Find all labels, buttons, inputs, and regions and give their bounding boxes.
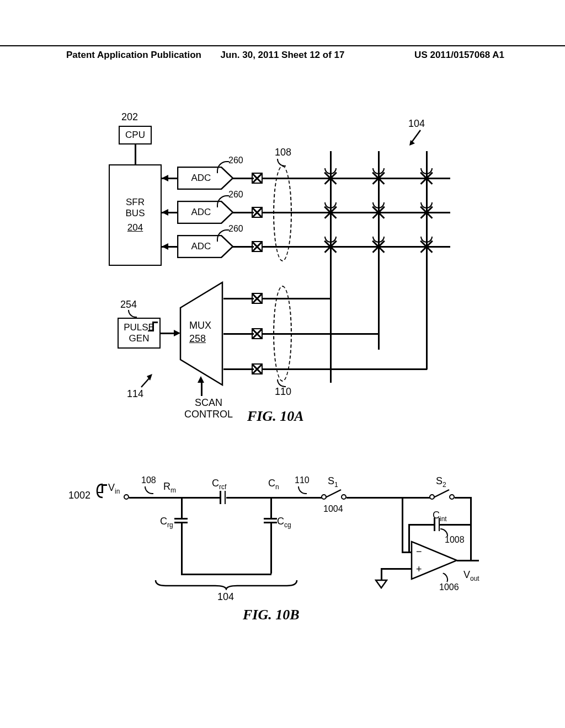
ref-254-leader: [128, 310, 137, 318]
pad-row-3: [252, 241, 263, 252]
page-header: Patent Application Publication Jun. 30, …: [0, 45, 565, 61]
ref-1002: 1002: [68, 490, 90, 501]
ref-110: 110: [275, 386, 291, 398]
crcf-label: Crcf: [212, 478, 226, 491]
ref-104-b: 104: [217, 591, 234, 603]
mux-out-1: [223, 298, 254, 299]
vout-label: Vout: [463, 569, 479, 582]
mux-scan-arrow: [198, 376, 204, 383]
mux-out-3: [223, 368, 254, 370]
s1-switch-arm: [324, 488, 343, 500]
ref-1004: 1004: [323, 504, 343, 514]
ref-108-b: 108: [141, 475, 156, 485]
pad-col-3: [252, 363, 263, 374]
ref-254: 254: [120, 299, 137, 311]
node-r3-c2: [372, 240, 385, 253]
vin-label: Vin: [108, 482, 120, 495]
mux-out-2: [223, 333, 254, 335]
pulsegen-label-bot: GEN: [129, 333, 150, 344]
scan-control-label: SCAN CONTROL: [184, 397, 233, 420]
node-r1-c3: [420, 172, 433, 185]
pad-row-1: [252, 173, 263, 184]
vin-terminal: [124, 494, 129, 500]
adc3-ref-leader: [217, 229, 229, 242]
opamp: − +: [411, 540, 458, 580]
ref-110-b: 110: [295, 475, 310, 485]
mux-scan-wire: [201, 381, 202, 396]
s2-label: S2: [436, 475, 446, 489]
s1-term-r: [341, 494, 347, 500]
pad-col-1: [252, 293, 263, 304]
wire-s1-to-node: [347, 497, 402, 499]
ref-110-b-leader: [298, 486, 307, 494]
ref-108-b-leader: [145, 486, 153, 494]
ccg-wire-top: [270, 498, 272, 518]
svg-text:−: −: [416, 546, 422, 557]
ref-260-3: 260: [228, 224, 243, 234]
pulse-waveform-icon: [148, 320, 159, 331]
col3-feed-v: [426, 313, 428, 370]
crg-wire-top: [181, 498, 183, 518]
ref-260-2: 260: [228, 190, 243, 200]
adc2-out-wire1: [232, 212, 254, 213]
adc2-in-arrow: [162, 209, 168, 216]
s2-term-r: [449, 494, 455, 500]
fig10a-caption: FIG. 10A: [247, 408, 304, 425]
sfr-label-top: SFR: [126, 197, 145, 208]
cint-label: Cint: [433, 510, 447, 523]
s2-switch-arm: [433, 488, 451, 500]
sfr-label-bot: BUS: [126, 208, 145, 219]
ref-1006: 1006: [439, 582, 459, 592]
col1-feed-wire-h: [263, 298, 331, 299]
row-bus-ellipse: [273, 165, 292, 261]
adc3-out-wire1: [232, 246, 254, 248]
wire-to-s1: [300, 497, 322, 499]
col-wire-1: [330, 151, 332, 383]
wire-to-s2: [402, 497, 430, 499]
adc3-in-arrow: [162, 243, 168, 250]
ccg-label: Ccg: [277, 516, 291, 529]
opamp-pos-gnd-v: [381, 568, 382, 580]
wire-vin-to-cn: [129, 497, 300, 499]
sfr-bus-block: SFR BUS 204: [109, 164, 162, 266]
node-r1-c2: [372, 172, 385, 185]
pad-col-2: [252, 328, 263, 339]
node-r3-c1: [324, 240, 337, 253]
svg-marker-13: [376, 580, 387, 588]
col-bus-ellipse: [273, 286, 292, 382]
mux-label: MUX: [189, 320, 211, 331]
svg-text:+: +: [416, 564, 422, 575]
adc1-out-wire1: [232, 178, 254, 179]
ref-114: 114: [127, 388, 143, 400]
svg-line-9: [434, 490, 449, 497]
ref-108: 108: [275, 147, 291, 158]
adc1-ref-leader: [217, 161, 229, 173]
node-r3-c3: [420, 240, 433, 253]
cpu-label: CPU: [125, 130, 145, 141]
ref-108-leader: [277, 159, 286, 167]
ref-104-arrow: [408, 128, 425, 147]
ref-202: 202: [121, 111, 138, 123]
node-r2-c2: [372, 206, 385, 219]
fb-v1: [470, 497, 472, 519]
crg-label: Crg: [160, 516, 173, 529]
crg-wire-bot: [181, 523, 183, 574]
s1-label: S1: [328, 475, 338, 489]
fb-v2: [470, 524, 472, 561]
rm-label: Rm: [163, 481, 176, 494]
page: Patent Application Publication Jun. 30, …: [0, 0, 565, 728]
header-left: Patent Application Publication: [66, 50, 201, 61]
vin-step-icon: [97, 482, 108, 493]
col2-feed-v-dummy: [378, 333, 380, 350]
node-r1-c1: [324, 172, 337, 185]
cpu-block: CPU: [119, 126, 152, 144]
ref-114-arrow: [138, 373, 154, 389]
adc2-ref-leader: [217, 195, 229, 207]
pad-row-2: [252, 207, 263, 218]
adc1-in-arrow: [162, 175, 168, 181]
opamp-gnd: [375, 579, 388, 589]
svg-line-8: [326, 490, 341, 497]
ref-258: 258: [189, 333, 206, 345]
node-r2-c3: [420, 206, 433, 219]
header-center: Jun. 30, 2011 Sheet 12 of 17: [221, 50, 345, 61]
